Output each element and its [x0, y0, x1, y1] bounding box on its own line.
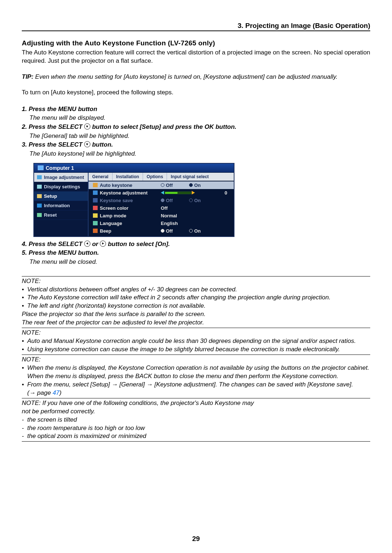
osd-right-panel: General Installation Options Input signa…: [89, 173, 234, 236]
keystone-slider[interactable]: [161, 191, 195, 194]
divider: [22, 398, 370, 398]
radio-on[interactable]: On: [189, 228, 217, 234]
radio-on-label: On: [194, 183, 201, 188]
radio-icon: [161, 229, 164, 233]
lamp-icon: [93, 213, 98, 218]
row-label: Keystone adjustment: [100, 190, 161, 196]
note-1-item: The Auto Keystone correction will take e…: [22, 294, 370, 302]
tab-general[interactable]: General: [89, 173, 113, 181]
row-label: Language: [100, 221, 161, 226]
select-down-icon: [84, 141, 90, 147]
row-label: Screen color: [100, 205, 161, 211]
chapter-title: 3. Projecting an Image (Basic Operation): [22, 22, 370, 31]
step-4-mid: or: [90, 241, 100, 247]
row-keystone-adjustment[interactable]: Keystone adjustment 0: [89, 189, 234, 197]
slider-right-icon: [192, 191, 195, 194]
note-2-item: Auto and Manual Keystone correction angl…: [22, 337, 370, 345]
note-3-item-text: From the menu, select [Setup] → [General…: [27, 381, 353, 388]
row-label: Keystone save: [100, 198, 161, 203]
radio-off-label: Off: [166, 198, 173, 203]
tip-label: TIP:: [22, 73, 33, 80]
radio-off-label: Off: [166, 228, 173, 234]
radio-icon: [189, 198, 193, 202]
step-3-post: button.: [90, 141, 113, 148]
page-link-47[interactable]: 47: [53, 389, 60, 396]
note-label: NOTE:: [22, 278, 41, 284]
step-4: 4. Press the SELECT or button to select …: [22, 240, 370, 249]
radio-on-label: On: [194, 228, 201, 234]
tip-body: Even when the menu setting for [Auto key…: [33, 73, 338, 80]
menu-label: Setup: [44, 193, 57, 199]
step-5-sub: The menu will be closed.: [29, 258, 370, 267]
note-1-list: Vertical distortions between offset angl…: [22, 286, 370, 311]
menu-setup[interactable]: Setup: [34, 192, 88, 201]
note-1-item: Vertical distortions between offset angl…: [22, 286, 370, 294]
menu-reset[interactable]: Reset: [34, 210, 88, 220]
note-4-item: the room temperature is too high or too …: [22, 424, 370, 433]
step-3-sub: The [Auto keystone] will be highlighted.: [29, 149, 370, 159]
beep-icon: [93, 229, 98, 233]
row-auto-keystone[interactable]: Auto keystone Off On: [89, 181, 234, 189]
pageref-lead: (→ page: [27, 389, 53, 396]
row-label: Auto keystone: [100, 183, 161, 188]
menu-label: Reset: [44, 212, 57, 218]
step-3: 3. Press the SELECT button.: [22, 140, 370, 149]
divider: [22, 276, 370, 276]
radio-on: On: [189, 198, 217, 203]
osd-titlebar: Computer 1: [34, 164, 234, 173]
menu-information[interactable]: Information: [34, 201, 88, 210]
row-screen-color[interactable]: Screen color Off: [89, 204, 234, 212]
note-4-list: the screen is tilted the room temperatur…: [22, 416, 370, 441]
info-icon: [37, 204, 42, 208]
row-label: Beep: [100, 228, 161, 234]
radio-on[interactable]: On: [189, 183, 217, 188]
note-1-tail: Place the projector so that the lens sur…: [22, 310, 370, 319]
row-language[interactable]: Language English: [89, 220, 234, 227]
select-down-icon: [84, 123, 90, 130]
step-4-post: button to select [On].: [106, 241, 170, 247]
slider-left-icon: [161, 191, 164, 194]
note-2-list: Auto and Manual Keystone correction angl…: [22, 337, 370, 354]
display-settings-icon: [37, 185, 42, 189]
keystone-adj-value: 0: [225, 190, 229, 196]
osd-menu: Computer 1 Image adjustment Display sett…: [33, 163, 234, 237]
note-1-item: The left and right (horizontal) keystone…: [22, 302, 370, 310]
row-value: Off: [161, 205, 229, 211]
intro-paragraph: The Auto Keystone correction feature wil…: [22, 49, 370, 65]
row-keystone-save: Keystone save Off On: [89, 197, 234, 204]
menu-label: Display settings: [44, 184, 80, 189]
menu-image-adjustment[interactable]: Image adjustment: [34, 173, 88, 182]
menu-label: Information: [44, 203, 70, 208]
step-3-pre: 3. Press the SELECT: [22, 141, 84, 148]
select-right-icon: [100, 241, 106, 247]
radio-on-label: On: [194, 198, 201, 203]
note-1-tail: The rear feet of the projector can be ad…: [22, 319, 370, 327]
tab-installation[interactable]: Installation: [113, 173, 143, 181]
step-2-sub: The [General] tab will be highlighted.: [29, 132, 370, 141]
language-icon: [93, 221, 98, 225]
section-title: Adjusting with the Auto Keystone Functio…: [22, 39, 370, 47]
osd-left-menu: Image adjustment Display settings Setup …: [34, 173, 89, 236]
row-lamp-mode[interactable]: Lamp mode Normal: [89, 212, 234, 220]
radio-icon: [161, 198, 164, 202]
slider-track: [165, 192, 191, 194]
reset-icon: [37, 213, 42, 217]
step-1-sub: The menu will be displayed.: [29, 114, 370, 123]
radio-off[interactable]: Off: [161, 228, 189, 234]
auto-keystone-icon: [93, 183, 98, 187]
step-5: 5. Press the MENU button.: [22, 249, 370, 258]
radio-off-label: Off: [166, 183, 173, 188]
screen-color-icon: [93, 206, 98, 210]
osd-rows: Auto keystone Off On Keystone adjustment…: [89, 181, 234, 236]
tab-options[interactable]: Options: [143, 173, 167, 181]
menu-display-settings[interactable]: Display settings: [34, 182, 88, 192]
tab-input-signal[interactable]: Input signal select: [167, 173, 234, 181]
radio-off[interactable]: Off: [161, 183, 189, 188]
divider: [22, 355, 370, 355]
osd-source: Computer 1: [46, 165, 74, 171]
radio-icon: [161, 183, 164, 187]
row-beep[interactable]: Beep Off On: [89, 227, 234, 235]
note-4-lead: NOTE: If you have one of the following c…: [22, 399, 254, 416]
step-4-pre: 4. Press the SELECT: [22, 241, 84, 247]
note-label: NOTE:: [22, 329, 41, 336]
